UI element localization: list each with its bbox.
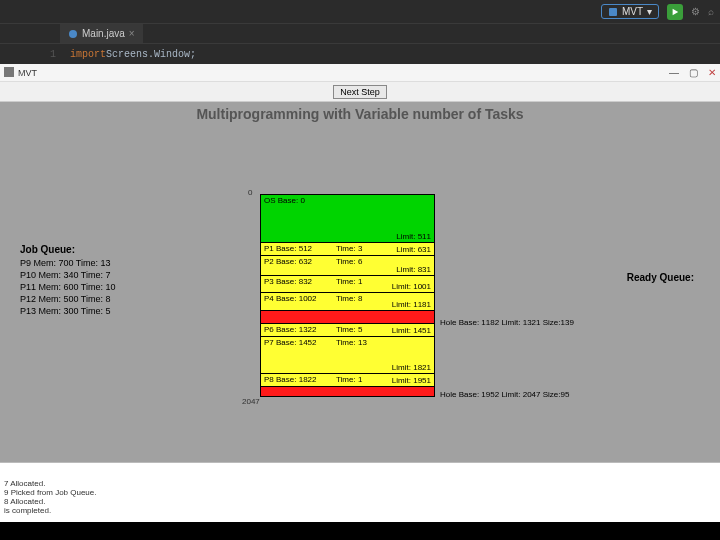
app-content: Job Queue: P9 Mem: 700 Time: 13P10 Mem: … [0, 122, 720, 462]
run-config-selector[interactable]: MVT ▾ [601, 4, 659, 19]
console-line: is completed. [4, 506, 716, 515]
memory-segment: P1 Base: 512Time: 3Limit: 631 [261, 243, 434, 256]
editor-tabbar: Main.java × [0, 24, 720, 44]
memory-segment: P8 Base: 1822Time: 1Limit: 1951 [261, 374, 434, 387]
memory-diagram: 0 OS Base: 0Limit: 511P1 Base: 512Time: … [260, 194, 440, 397]
run-button[interactable] [667, 4, 683, 20]
next-step-button[interactable]: Next Step [333, 85, 387, 99]
run-config-icon [608, 7, 618, 17]
job-queue-item: P10 Mem: 340 Time: 7 [20, 269, 116, 281]
java-file-icon [68, 29, 78, 39]
run-config-label: MVT [622, 6, 643, 17]
output-console[interactable]: 7 Allocated.9 Picked from Job Queue.8 Al… [0, 462, 720, 522]
job-queue-title: Job Queue: [20, 244, 116, 255]
editor-code-area[interactable]: 1 import Screens.Window; [0, 44, 720, 64]
mvt-window: MVT — ▢ ✕ Next Step Multiprogramming wit… [0, 64, 720, 462]
console-line: 8 Allocated. [4, 497, 716, 506]
segment-base: P4 Base: 1002 [264, 294, 316, 303]
memory-start-label: 0 [248, 188, 252, 197]
code-keyword: import [70, 49, 106, 60]
segment-base: OS Base: 0 [264, 196, 305, 205]
search-icon[interactable]: ⌕ [708, 6, 714, 17]
segment-limit: Limit: 1181 [392, 300, 431, 309]
memory-segment: P7 Base: 1452Time: 13Limit: 1821 [261, 337, 434, 374]
segment-time: Time: 1 [336, 277, 362, 286]
segment-limit: Limit: 511 [396, 232, 431, 241]
code-text: Screens.Window; [106, 49, 196, 60]
hole-annotation: Hole Base: 1182 Limit: 1321 Size:139 [440, 318, 574, 327]
job-queue-item: P9 Mem: 700 Time: 13 [20, 257, 116, 269]
memory-segment: OS Base: 0Limit: 511 [261, 195, 434, 243]
page-heading: Multiprogramming with Variable number of… [0, 106, 720, 122]
memory-end-label: 2047 [242, 397, 260, 407]
segment-base: P6 Base: 1322 [264, 325, 316, 334]
line-number: 1 [0, 49, 70, 60]
ready-queue-title: Ready Queue: [627, 272, 694, 283]
segment-limit: Limit: 631 [396, 245, 431, 254]
maximize-icon[interactable]: ▢ [689, 67, 698, 78]
hole-annotation: Hole Base: 1952 Limit: 2047 Size:95 [440, 390, 569, 399]
console-line: 7 Allocated. [4, 479, 716, 488]
segment-time: Time: 3 [336, 244, 362, 253]
editor-tab-main[interactable]: Main.java × [60, 24, 144, 43]
memory-segment: P6 Base: 1322Time: 5Limit: 1451 [261, 324, 434, 337]
app-icon [4, 67, 14, 79]
segment-time: Time: 6 [336, 257, 362, 266]
close-icon[interactable]: × [129, 28, 135, 39]
segment-base: P3 Base: 832 [264, 277, 312, 286]
segment-time: Time: 13 [336, 338, 367, 347]
play-icon [671, 8, 679, 16]
segment-time: Time: 8 [336, 294, 362, 303]
segment-time: Time: 5 [336, 325, 362, 334]
ide-topbar: MVT ▾ ⚙ ⌕ [0, 0, 720, 24]
minimize-icon[interactable]: — [669, 67, 679, 78]
segment-time: Time: 1 [336, 375, 362, 384]
svg-marker-1 [673, 8, 679, 14]
segment-limit: Limit: 831 [396, 265, 431, 274]
gear-icon[interactable]: ⚙ [691, 6, 700, 17]
memory-segment [261, 311, 434, 324]
bottom-bar [0, 522, 720, 540]
chevron-down-icon: ▾ [647, 6, 652, 17]
svg-rect-3 [4, 67, 14, 77]
segment-limit: Limit: 1001 [392, 282, 431, 291]
memory-segment: P4 Base: 1002Time: 8Limit: 1181 [261, 293, 434, 311]
window-titlebar[interactable]: MVT — ▢ ✕ [0, 64, 720, 82]
segment-limit: Limit: 1451 [392, 326, 431, 335]
svg-rect-0 [609, 8, 617, 16]
segment-base: P1 Base: 512 [264, 244, 312, 253]
segment-base: P7 Base: 1452 [264, 338, 316, 347]
job-queue-item: P11 Mem: 600 Time: 10 [20, 281, 116, 293]
memory-segment: P3 Base: 832Time: 1Limit: 1001 [261, 276, 434, 293]
tab-filename: Main.java [82, 28, 125, 39]
window-title: MVT [18, 68, 37, 78]
app-toolbar: Next Step [0, 82, 720, 102]
svg-point-2 [69, 30, 77, 38]
job-queue-item: P13 Mem: 300 Time: 5 [20, 305, 116, 317]
close-window-icon[interactable]: ✕ [708, 67, 716, 78]
job-queue: Job Queue: P9 Mem: 700 Time: 13P10 Mem: … [20, 244, 116, 317]
memory-segment: P2 Base: 632Time: 6Limit: 831 [261, 256, 434, 276]
job-queue-item: P12 Mem: 500 Time: 8 [20, 293, 116, 305]
segment-base: P8 Base: 1822 [264, 375, 316, 384]
segment-limit: Limit: 1951 [392, 376, 431, 385]
memory-segment [261, 387, 434, 396]
segment-limit: Limit: 1821 [392, 363, 431, 372]
console-line: 9 Picked from Job Queue. [4, 488, 716, 497]
segment-base: P2 Base: 632 [264, 257, 312, 266]
